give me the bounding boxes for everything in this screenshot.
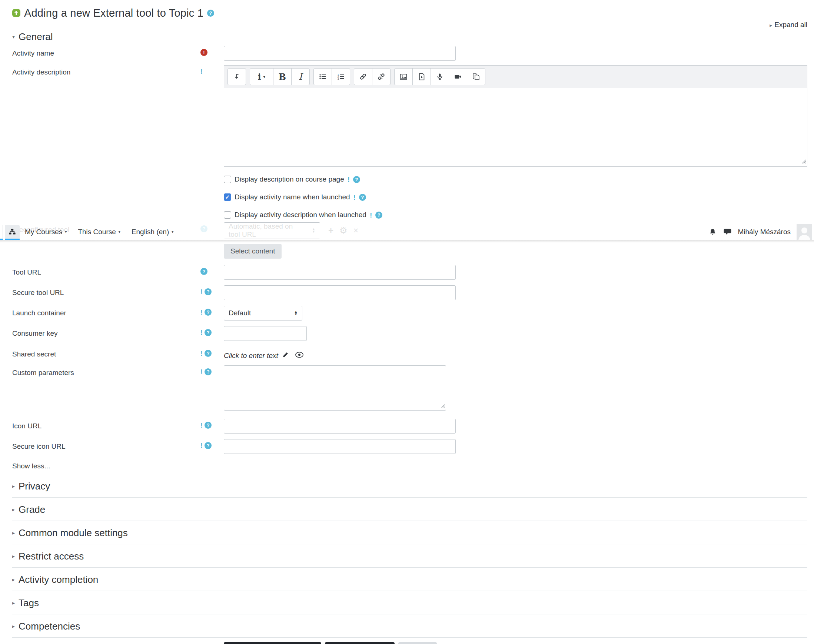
- secure-icon-url-label: Secure icon URL: [12, 439, 201, 451]
- nav-drawer-toggle[interactable]: [5, 225, 20, 240]
- section-heading[interactable]: ▸Tags: [12, 595, 807, 610]
- checkbox-row-display-description-launched: Display activity description when launch…: [224, 210, 807, 220]
- activity-description-label: Activity description: [12, 61, 201, 76]
- row-activity-description: Activity description ! i▾ B I: [12, 61, 807, 167]
- row-tool-url: Tool URL ?: [12, 265, 807, 280]
- consumer-key-label: Consumer key: [12, 326, 201, 337]
- row-consumer-key: Consumer key !?: [12, 326, 807, 341]
- save-and-return-button[interactable]: Save and return to course: [224, 642, 321, 644]
- section-heading[interactable]: ▸Common module settings: [12, 526, 807, 540]
- help-icon[interactable]: ?: [375, 212, 382, 219]
- info-exclamation-icon: !: [201, 442, 203, 449]
- page-content: Adding a new External tool to Topic 1 ? …: [0, 0, 814, 644]
- ordered-list-icon[interactable]: 123: [332, 68, 350, 85]
- shared-secret-edit-link[interactable]: Click to enter text: [224, 352, 278, 360]
- editor-content-area[interactable]: [224, 88, 807, 167]
- pencil-icon[interactable]: [282, 351, 289, 360]
- save-and-display-button[interactable]: Save and display: [325, 642, 395, 644]
- info-exclamation-icon: !: [201, 350, 203, 357]
- consumer-key-input[interactable]: [224, 326, 307, 341]
- unordered-list-icon[interactable]: [313, 68, 332, 85]
- italic-icon[interactable]: I: [291, 68, 310, 85]
- row-secure-icon-url: Secure icon URL !?: [12, 439, 807, 454]
- info-exclamation-icon: !: [201, 422, 203, 429]
- image-icon[interactable]: [394, 68, 413, 85]
- section-heading[interactable]: ▸Privacy: [12, 479, 807, 494]
- rich-text-editor: i▾ B I 123: [224, 65, 807, 167]
- icon-url-input[interactable]: [224, 419, 456, 434]
- show-less-link[interactable]: Show less...: [12, 462, 50, 470]
- sitemap-icon: [8, 228, 16, 236]
- secure-icon-url-input[interactable]: [224, 439, 456, 454]
- section-heading-general[interactable]: ▾ General: [12, 30, 807, 44]
- nav-item-language[interactable]: English (en)▾: [132, 228, 173, 236]
- tool-url-input[interactable]: [224, 265, 456, 280]
- display-activity-name-checkbox[interactable]: [224, 193, 231, 201]
- collapse-toolbar-icon[interactable]: [227, 68, 246, 85]
- help-icon[interactable]: ?: [353, 176, 360, 183]
- caret-down-icon: ▾: [172, 230, 173, 234]
- help-icon[interactable]: ?: [204, 368, 212, 376]
- section-competencies: ▸Competencies: [12, 614, 807, 638]
- record-audio-icon[interactable]: [431, 68, 449, 85]
- launch-container-select[interactable]: Default ▲▼: [224, 306, 302, 320]
- chevron-right-icon: ▸: [12, 553, 15, 559]
- nav-item-this-course[interactable]: This Course▾: [78, 228, 120, 236]
- top-navbar: My Courses▾ This Course▾ English (en)▾ M…: [0, 224, 814, 240]
- nav-item-my-courses[interactable]: My Courses▾: [25, 228, 67, 236]
- help-icon[interactable]: ?: [204, 329, 212, 336]
- display-activity-description-checkbox[interactable]: [224, 211, 231, 219]
- custom-parameters-textarea[interactable]: [224, 365, 446, 411]
- row-secure-tool-url: Secure tool URL !?: [12, 285, 807, 300]
- info-exclamation-icon: !: [201, 288, 203, 295]
- resize-handle-icon[interactable]: [440, 402, 445, 410]
- help-icon[interactable]: ?: [204, 288, 212, 295]
- unlink-icon[interactable]: [372, 68, 391, 85]
- help-icon[interactable]: ?: [201, 268, 207, 275]
- icon-url-label: Icon URL: [12, 419, 201, 430]
- divider: [12, 637, 807, 638]
- resize-handle-icon[interactable]: [801, 158, 806, 166]
- section-heading[interactable]: ▸Competencies: [12, 619, 807, 633]
- link-icon[interactable]: [354, 68, 373, 85]
- media-icon[interactable]: [412, 68, 431, 85]
- title-help-icon[interactable]: ?: [207, 10, 214, 17]
- section-heading[interactable]: ▸Restrict access: [12, 549, 807, 564]
- secure-tool-url-input[interactable]: [224, 285, 456, 300]
- caret-down-icon: ▾: [118, 230, 120, 234]
- help-icon[interactable]: ?: [204, 442, 212, 449]
- required-icon: !: [201, 49, 207, 56]
- bold-icon[interactable]: B: [273, 68, 291, 85]
- checkbox-row-display-description: Display description on course page ! ?: [224, 174, 807, 184]
- section-heading[interactable]: ▸Grade: [12, 502, 807, 517]
- section-grade: ▸Grade: [12, 498, 807, 521]
- eye-icon[interactable]: [295, 352, 304, 360]
- record-video-icon[interactable]: [449, 68, 467, 85]
- chevron-right-icon: ▸: [12, 506, 15, 512]
- help-icon[interactable]: ?: [204, 309, 212, 316]
- paragraph-styles-icon[interactable]: i▾: [250, 68, 273, 85]
- row-launch-container: Launch container !? Default ▲▼: [12, 306, 807, 320]
- bell-icon[interactable]: [708, 227, 717, 236]
- user-name[interactable]: Mihály Mészáros: [738, 228, 791, 236]
- display-description-checkbox[interactable]: [224, 176, 231, 183]
- activity-name-input[interactable]: [224, 46, 456, 61]
- help-icon[interactable]: ?: [359, 194, 366, 201]
- manage-files-icon[interactable]: [467, 68, 485, 85]
- expand-all-link[interactable]: ▸Expand all: [12, 21, 807, 30]
- select-content-button[interactable]: Select content: [224, 244, 282, 259]
- section-common-module-settings: ▸Common module settings: [12, 521, 807, 544]
- help-icon[interactable]: ?: [204, 350, 212, 357]
- chevron-right-icon: ▸: [12, 530, 15, 536]
- chevron-right-icon: ▸: [770, 22, 772, 28]
- help-icon[interactable]: ?: [204, 422, 212, 429]
- messages-icon[interactable]: [723, 227, 732, 236]
- cancel-button[interactable]: Cancel: [398, 642, 437, 644]
- avatar[interactable]: [797, 224, 812, 240]
- launch-container-label: Launch container: [12, 306, 201, 317]
- section-heading[interactable]: ▸Activity completion: [12, 572, 807, 587]
- section-tags: ▸Tags: [12, 591, 807, 614]
- section-privacy: ▸Privacy: [12, 474, 807, 498]
- chevron-right-icon: ▸: [12, 623, 15, 629]
- info-exclamation-icon: !: [201, 68, 203, 75]
